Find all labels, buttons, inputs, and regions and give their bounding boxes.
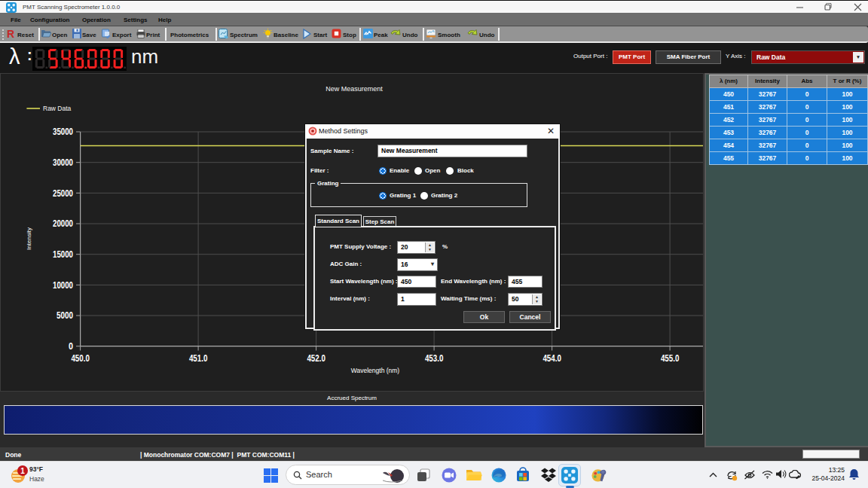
svg-text:25000: 25000	[53, 188, 73, 199]
svg-text:15000: 15000	[53, 249, 73, 260]
svg-text:455.0: 455.0	[661, 353, 680, 364]
svg-text:452.0: 452.0	[307, 353, 326, 364]
svg-text:30000: 30000	[53, 157, 73, 168]
svg-text:New Measurement: New Measurement	[326, 85, 383, 93]
svg-text:Intensity: Intensity	[26, 227, 32, 250]
svg-text:454.0: 454.0	[542, 353, 561, 364]
svg-text:5000: 5000	[57, 310, 73, 321]
svg-text:1: 1	[20, 467, 25, 475]
svg-text:451.0: 451.0	[189, 353, 208, 364]
svg-text:450.0: 450.0	[71, 353, 90, 364]
svg-text:Wavelength (nm): Wavelength (nm)	[351, 367, 400, 374]
svg-text:10000: 10000	[53, 280, 73, 291]
svg-text:35000: 35000	[53, 127, 73, 137]
svg-text:0: 0	[69, 341, 73, 352]
svg-text:453.0: 453.0	[425, 353, 444, 364]
svg-text:R: R	[7, 29, 14, 39]
svg-text:20000: 20000	[53, 218, 73, 229]
svg-text:Raw Data: Raw Data	[43, 105, 72, 112]
